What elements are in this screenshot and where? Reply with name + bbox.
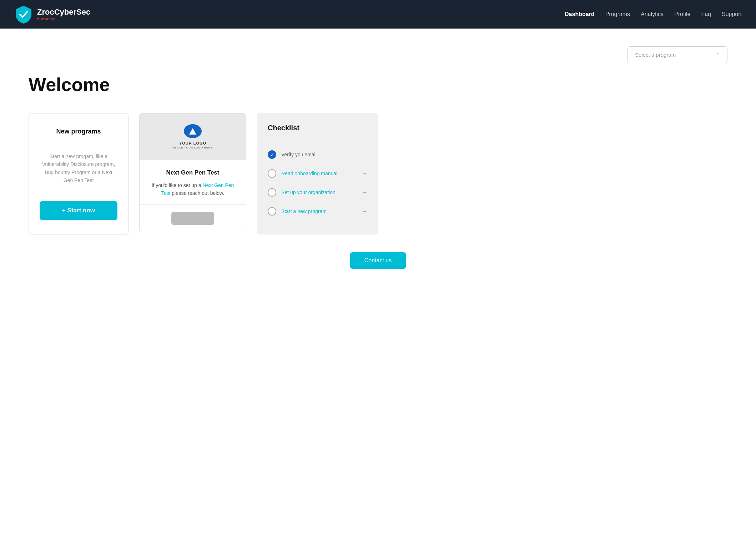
select-program-dropdown[interactable]: Select a program ⌃ (628, 46, 727, 63)
logo-circle-icon (184, 124, 202, 138)
check-empty-icon-3 (268, 207, 276, 216)
next-gen-footer-button-placeholder[interactable] (171, 212, 214, 225)
brand-name: ZrocCyberSec (37, 7, 90, 17)
welcome-title: Welcome (29, 74, 727, 95)
nav-menu: Dashboard Programs Analytics Profile Faq… (565, 11, 742, 17)
checklist-card: Checklist ✓ Verify you email Read onboar… (257, 113, 378, 234)
brand-sub: zumaroc (37, 17, 90, 21)
next-gen-footer (140, 205, 246, 232)
brand-text: ZrocCyberSec zumaroc (37, 7, 90, 21)
checklist-item-3[interactable]: Start a new program → (268, 202, 368, 221)
nav-faq[interactable]: Faq (701, 11, 711, 17)
check-filled-icon-0: ✓ (268, 150, 276, 159)
nav-support[interactable]: Support (722, 11, 742, 17)
main-content: Select a program ⌃ Welcome New programs … (0, 29, 756, 535)
contact-us-button[interactable]: Contact us (350, 252, 406, 269)
nav-dashboard[interactable]: Dashboard (565, 11, 595, 17)
select-program-placeholder: Select a program (635, 52, 676, 58)
checklist-title: Checklist (268, 124, 368, 138)
new-programs-title: New programs (56, 128, 101, 135)
cards-row: New programs Start a new progam, like a … (29, 113, 727, 234)
logo-placeholder: YOUR LOGO PLACE YOUR LOGO HERE (171, 124, 214, 149)
logo-triangle-icon (189, 128, 196, 135)
checklist-item-label-1: Read onboarding manual (281, 171, 357, 176)
top-row: Select a program ⌃ (29, 46, 727, 63)
logo-line1: YOUR LOGO (179, 141, 206, 145)
nav-programs[interactable]: Programs (605, 11, 630, 17)
navbar: ZrocCyberSec zumaroc Dashboard Programs … (0, 0, 756, 29)
arrow-icon-1: → (362, 170, 368, 177)
next-gen-desc-post: please reach out below. (170, 190, 224, 196)
logo-line2: PLACE YOUR LOGO HERE (173, 146, 212, 149)
arrow-icon-3: → (362, 208, 368, 214)
check-empty-icon-1 (268, 169, 276, 178)
check-empty-icon-2 (268, 188, 276, 197)
nav-profile[interactable]: Profile (674, 11, 690, 17)
brand: ZrocCyberSec zumaroc (14, 5, 90, 24)
next-gen-body: Next Gen Pen Test If you'd like to set u… (140, 160, 246, 205)
new-programs-description: Start a new progam, like a Vulnerability… (40, 152, 117, 185)
checklist-items: ✓ Verify you email Read onboarding manua… (268, 145, 368, 221)
next-gen-logo-area: YOUR LOGO PLACE YOUR LOGO HERE (140, 113, 246, 160)
checklist-item-label-2: Set up your organization (281, 190, 357, 195)
checklist-item-0: ✓ Verify you email (268, 145, 368, 164)
checklist-item-label-0: Verify you email (281, 152, 368, 157)
checklist-item-1[interactable]: Read onboarding manual → (268, 164, 368, 183)
chevron-down-icon: ⌃ (716, 52, 720, 58)
next-gen-card: YOUR LOGO PLACE YOUR LOGO HERE Next Gen … (139, 113, 246, 232)
next-gen-description: If you'd like to set up a Next Gen Pen T… (148, 181, 237, 197)
start-now-button[interactable]: + Start now (40, 201, 117, 220)
logo-text-lines: YOUR LOGO PLACE YOUR LOGO HERE (173, 141, 212, 149)
contact-row: Contact us (29, 252, 727, 269)
arrow-icon-2: → (362, 189, 368, 196)
next-gen-title: Next Gen Pen Test (148, 169, 237, 176)
brand-logo-icon (14, 5, 33, 24)
checklist-item-2[interactable]: Set up your organization → (268, 183, 368, 202)
nav-analytics[interactable]: Analytics (641, 11, 664, 17)
next-gen-desc-pre: If you'd like to set up a (152, 182, 203, 188)
new-programs-card: New programs Start a new progam, like a … (29, 113, 128, 234)
checklist-item-label-3: Start a new program (281, 208, 357, 214)
